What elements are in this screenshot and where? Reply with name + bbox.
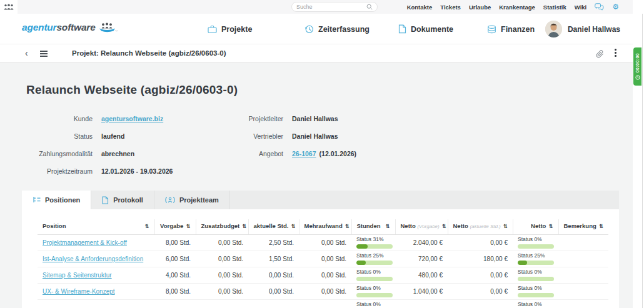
tab-positionen[interactable]: Positionen bbox=[22, 191, 91, 209]
sort-icon[interactable]: ⇅ bbox=[345, 223, 350, 229]
menu-icon[interactable] bbox=[40, 51, 48, 58]
brand-part2: software bbox=[56, 22, 95, 33]
timer-clock-icon bbox=[635, 75, 640, 80]
cell-netto-progress: Status 0% bbox=[513, 235, 558, 251]
tab-protokoll[interactable]: Protokoll bbox=[91, 191, 154, 209]
scrollbar[interactable] bbox=[642, 14, 643, 308]
cell-stunden-progress: Status 0% bbox=[351, 300, 395, 308]
progress-bar bbox=[356, 277, 393, 281]
table-row: Projektmanagement & Kick-off 8,00 Std. 0… bbox=[38, 235, 608, 251]
user-menu[interactable]: Daniel Hallwas bbox=[545, 14, 620, 44]
topbar-link-krankentage[interactable]: Krankentage bbox=[499, 4, 535, 11]
topbar-link-urlaube[interactable]: Urlaube bbox=[469, 4, 491, 11]
sort-icon[interactable]: ⇅ bbox=[385, 223, 390, 229]
kebab-menu-icon[interactable] bbox=[615, 49, 616, 58]
toolbar-title: Projekt: Relaunch Webseite (agbiz/26/060… bbox=[72, 49, 226, 57]
tab-strip-spacer bbox=[230, 191, 619, 209]
sort-icon[interactable]: ⇅ bbox=[291, 223, 295, 229]
detail-row-zahlungsmodalitaet: Zahlungsmodalität abrechnen bbox=[25, 145, 173, 162]
cell-vorgabe: 8,00 Std. bbox=[154, 284, 196, 300]
main-navbar: agentursoftware Projekte bbox=[0, 14, 633, 44]
cell-netto-vorgabe: 1.040,00 € bbox=[395, 284, 448, 300]
cell-netto-aktuelle bbox=[448, 300, 513, 308]
nav-item-dokumente[interactable]: Dokumente bbox=[398, 14, 453, 44]
gear-icon[interactable]: ⚙ bbox=[612, 3, 619, 11]
tab-label: Projektteam bbox=[179, 196, 219, 204]
tab-projektteam[interactable]: Projektteam bbox=[154, 191, 230, 209]
document-icon bbox=[102, 196, 109, 204]
team-icon bbox=[165, 196, 175, 204]
cell-netto-progress: Status 0% bbox=[513, 300, 558, 308]
tab-strip: Positionen Protokoll Projektteam bbox=[22, 191, 619, 209]
paperclip-icon[interactable] bbox=[596, 49, 604, 61]
col-netto-vorgabe: Netto (Vorgabe)⇅ bbox=[395, 219, 448, 235]
timer-tab[interactable]: 00:00:00 bbox=[633, 47, 641, 86]
detail-label: Projektzeitraum bbox=[25, 167, 93, 175]
position-link[interactable]: Ist-Analyse & Anforderungsdefinition bbox=[43, 256, 143, 262]
cell-aktuelle-std: 0,00 Std. bbox=[248, 267, 299, 284]
table-row: UX- & Wireframe-Konzept 8,00 Std. 0,00 S… bbox=[38, 284, 608, 300]
briefcase-icon bbox=[208, 25, 217, 34]
progress-bar bbox=[356, 261, 393, 265]
brand-logo[interactable]: agentursoftware bbox=[22, 22, 118, 33]
page-title: Relaunch Webseite (agbiz/26/0603-0) bbox=[26, 83, 238, 97]
detail-label: Vertriebler bbox=[216, 132, 283, 140]
brand-part1: agentur bbox=[22, 22, 56, 33]
table-row: Sitemap & Seitenstruktur 4,00 Std. 0,00 … bbox=[38, 267, 608, 284]
sort-icon[interactable]: ⇅ bbox=[144, 223, 149, 229]
cell-bemerkung bbox=[558, 235, 608, 251]
topbar-link-wiki[interactable]: Wiki bbox=[575, 4, 586, 11]
table-row-partial: Status 0% Status 0% bbox=[38, 300, 608, 308]
cell-bemerkung bbox=[558, 267, 608, 284]
nav-item-finanzen[interactable]: Finanzen bbox=[487, 14, 535, 44]
cell-zusatzbudget: 0,00 Std. bbox=[196, 284, 248, 300]
position-link[interactable]: Projektmanagement & Kick-off bbox=[43, 239, 127, 246]
detail-label: Kunde bbox=[25, 115, 93, 122]
col-netto-aktuelle: Netto (aktuelle Std.)⇅ bbox=[448, 219, 513, 235]
tab-label: Positionen bbox=[45, 196, 80, 204]
angebot-link[interactable]: 26-1067 bbox=[292, 150, 316, 157]
sort-icon[interactable]: ⇅ bbox=[442, 223, 446, 229]
positions-card: Positionen Protokoll Projektteam bbox=[22, 191, 619, 308]
sort-icon[interactable]: ⇅ bbox=[599, 223, 603, 229]
col-vorgabe: Vorgabe⇅ bbox=[154, 219, 196, 235]
cell-aktuelle-std: 0,00 Std. bbox=[248, 284, 299, 300]
cell-stunden-progress: Status 25% bbox=[351, 251, 395, 267]
cell-mehraufwand: 0,00 Std. bbox=[299, 235, 351, 251]
topbar-link-statistik[interactable]: Statistik bbox=[543, 4, 566, 11]
detail-label: Status bbox=[25, 132, 93, 140]
app-mini-logo[interactable] bbox=[0, 0, 18, 14]
cell-mehraufwand: 0,00 Std. bbox=[299, 284, 351, 300]
sort-icon[interactable]: ⇅ bbox=[503, 223, 508, 229]
nav-item-projekte[interactable]: Projekte bbox=[208, 14, 252, 44]
tree-list-icon bbox=[33, 196, 41, 204]
search-input[interactable] bbox=[296, 4, 362, 10]
position-link[interactable]: Sitemap & Seitenstruktur bbox=[43, 272, 112, 279]
cell-netto-vorgabe bbox=[395, 300, 448, 308]
col-mehraufwand: Mehraufwand⇅ bbox=[299, 219, 351, 235]
sort-icon[interactable]: ⇅ bbox=[242, 223, 246, 229]
kunde-link[interactable]: agentursoftware.biz bbox=[101, 115, 163, 122]
detail-label: Projektleiter bbox=[216, 115, 283, 122]
cell-stunden-progress: Status 0% bbox=[351, 284, 395, 300]
people-icon bbox=[4, 4, 14, 11]
chat-icon[interactable] bbox=[595, 3, 604, 11]
topbar-link-kontakte[interactable]: Kontakte bbox=[407, 4, 433, 11]
angebot-date: (12.01.2026) bbox=[319, 150, 357, 157]
sort-icon[interactable]: ⇅ bbox=[186, 223, 190, 229]
nav-item-zeiterfassung[interactable]: Zeiterfassung bbox=[304, 14, 370, 44]
position-link[interactable]: UX- & Wireframe-Konzept bbox=[43, 288, 115, 295]
nav-label-dokumente: Dokumente bbox=[411, 25, 453, 34]
cell-netto-aktuelle: 0,00 € bbox=[448, 235, 513, 251]
cell-vorgabe: 8,00 Std. bbox=[154, 235, 196, 251]
cell-aktuelle-std: 1,50 Std. bbox=[248, 251, 299, 267]
progress-bar bbox=[518, 293, 554, 297]
user-name: Daniel Hallwas bbox=[568, 25, 620, 34]
search-icon[interactable] bbox=[366, 4, 373, 10]
topbar-link-tickets[interactable]: Tickets bbox=[440, 4, 461, 11]
col-stunden: Stunden⇅ bbox=[351, 219, 395, 235]
search-box bbox=[291, 2, 378, 12]
sort-icon[interactable]: ⇅ bbox=[548, 223, 553, 229]
back-icon[interactable]: ‹ bbox=[25, 47, 28, 59]
detail-row-vertriebler: Vertriebler Daniel Hallwas bbox=[216, 127, 356, 145]
